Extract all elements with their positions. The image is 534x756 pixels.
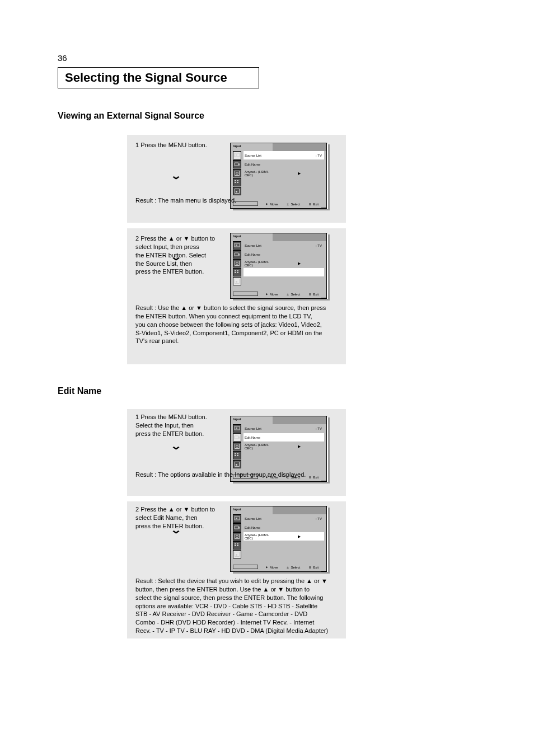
svg-rect-32 xyxy=(235,534,240,539)
osd-row: Source List: TV xyxy=(243,151,324,159)
svg-rect-29 xyxy=(236,464,237,466)
instruction-block: 1 Press the MENU button.⌄ Input Source L… xyxy=(127,135,346,223)
osd-title-fill xyxy=(273,506,326,514)
svg-point-13 xyxy=(236,262,238,265)
svg-rect-2 xyxy=(235,171,240,176)
svg-rect-7 xyxy=(237,182,238,183)
osd-title: Input xyxy=(231,416,273,424)
section-title-1: Viewing an External Signal Source xyxy=(58,111,204,121)
result-text: Result : Use the ▲ or ▼ button to select… xyxy=(135,304,337,345)
osd-footer: ♦ Move ± Select Ⅲ Exit xyxy=(231,289,326,298)
svg-rect-31 xyxy=(236,518,237,519)
osd-rows: Source List: TVEdit NameAnynet+ (HDMI-CE… xyxy=(243,151,324,199)
result-text: Result : The main menu is displayed. xyxy=(135,196,337,205)
svg-rect-35 xyxy=(235,545,236,546)
chevron-down-icon: ⌄ xyxy=(170,170,182,182)
osd-row: Edit Name xyxy=(243,523,324,532)
osd-title-fill xyxy=(273,416,326,424)
sound-icon xyxy=(233,259,241,267)
sound-icon xyxy=(233,169,241,177)
channel-icon xyxy=(233,178,241,186)
svg-rect-27 xyxy=(237,455,238,456)
osd-rows: Source List: TVEdit NameAnynet+ (HDMI-CE… xyxy=(243,424,324,472)
svg-rect-11 xyxy=(236,245,237,246)
svg-point-23 xyxy=(236,445,238,448)
svg-rect-14 xyxy=(235,270,236,271)
setup-icon xyxy=(233,277,241,285)
svg-point-3 xyxy=(236,172,238,175)
osd-row xyxy=(243,178,324,186)
result-text: Result : The options available in the In… xyxy=(135,471,337,479)
svg-rect-17 xyxy=(237,272,238,273)
osd-panel: Input Source List: TVEdit NameAnynet+ (H… xyxy=(230,233,327,299)
osd-row: Anynet+ (HDMI-CEC)▶ xyxy=(243,169,324,177)
chevron-down-icon: ⌄ xyxy=(170,524,182,536)
osd-row: Edit Name xyxy=(243,433,324,442)
svg-rect-1 xyxy=(236,154,237,156)
osd-row xyxy=(243,550,324,558)
input-icon xyxy=(233,241,241,250)
osd-row xyxy=(243,187,324,195)
osd-row xyxy=(243,451,324,459)
setup-icon xyxy=(233,187,241,195)
setup-icon xyxy=(233,460,241,468)
svg-rect-5 xyxy=(235,182,236,183)
instruction-block: 1 Press the MENU button. Select the Inpu… xyxy=(127,409,346,496)
osd-row: Source List: TV xyxy=(243,514,324,523)
osd-row: Edit Name xyxy=(243,250,324,259)
osd-icon-column xyxy=(233,514,242,562)
osd-title-fill xyxy=(273,233,326,241)
channel-icon xyxy=(233,541,241,550)
osd-title: Input xyxy=(231,233,273,241)
svg-rect-25 xyxy=(235,455,236,456)
input-icon xyxy=(233,151,241,159)
svg-rect-9 xyxy=(236,191,237,192)
svg-rect-26 xyxy=(237,453,238,454)
svg-point-33 xyxy=(236,536,238,538)
osd-row: Edit Name xyxy=(243,160,324,168)
footer-select: ± Select xyxy=(287,565,300,569)
svg-rect-36 xyxy=(237,543,238,544)
sound-icon xyxy=(233,532,241,541)
svg-rect-24 xyxy=(235,453,236,454)
osd-icon-column xyxy=(233,424,242,472)
footer-exit: Ⅲ Exit xyxy=(309,565,319,569)
chevron-down-icon: ⌄ xyxy=(170,440,182,452)
svg-rect-22 xyxy=(235,444,240,449)
svg-rect-39 xyxy=(236,554,237,556)
svg-rect-21 xyxy=(236,428,237,429)
page: 36 Selecting the Signal Source Viewing a… xyxy=(0,0,534,756)
osd-row xyxy=(243,277,324,285)
picture-icon xyxy=(233,433,241,442)
picture-icon xyxy=(233,250,241,259)
page-title: Selecting the Signal Source xyxy=(58,67,259,88)
input-icon xyxy=(233,424,241,433)
footer-move: ♦ Move xyxy=(266,565,278,569)
osd-icon-column xyxy=(233,151,242,199)
osd-icon-column xyxy=(233,241,242,289)
svg-rect-15 xyxy=(235,272,236,273)
section-title-2: Edit Name xyxy=(58,386,101,396)
svg-rect-12 xyxy=(235,261,240,266)
channel-icon xyxy=(233,451,241,459)
svg-rect-4 xyxy=(235,180,236,181)
footer-move: ♦ Move xyxy=(266,292,278,296)
svg-rect-19 xyxy=(236,281,237,283)
step-text: 1 Press the MENU button. Select the Inpu… xyxy=(135,413,225,438)
osd-row: Anynet+ (HDMI-CEC)▶ xyxy=(243,532,324,541)
osd-row xyxy=(243,460,324,468)
picture-icon xyxy=(233,160,241,168)
osd-panel: Input Source List: TVEdit NameAnynet+ (H… xyxy=(230,506,327,572)
channel-icon xyxy=(233,268,241,276)
osd-title: Input xyxy=(231,143,273,151)
picture-icon xyxy=(233,523,241,532)
osd-footer: ♦ Move ± Select Ⅲ Exit xyxy=(231,562,326,571)
svg-rect-37 xyxy=(237,545,238,546)
osd-row xyxy=(243,268,324,276)
step-text: 1 Press the MENU button. xyxy=(135,141,225,149)
osd-title: Input xyxy=(231,506,273,514)
footer-exit: Ⅲ Exit xyxy=(309,292,319,296)
osd-rows: Source List: TVEdit NameAnynet+ (HDMI-CE… xyxy=(243,514,324,562)
osd-row: Source List: TV xyxy=(243,241,324,250)
result-text: Result : Select the device that you wish… xyxy=(135,577,337,635)
